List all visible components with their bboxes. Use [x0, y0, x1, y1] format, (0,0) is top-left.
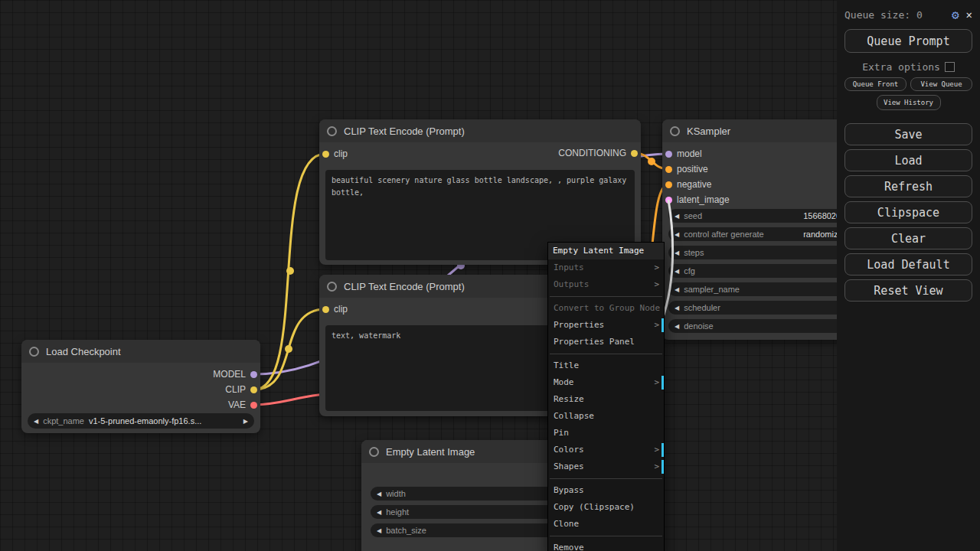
refresh-button[interactable]: Refresh — [844, 175, 972, 197]
positive-input-dot[interactable] — [665, 166, 672, 173]
decrement-arrow-icon[interactable]: ◀ — [675, 286, 679, 293]
input-slot-latent-image[interactable]: latent_image — [665, 194, 730, 206]
clip-input-dot[interactable] — [322, 306, 329, 313]
node-title: KSampler — [687, 126, 730, 137]
decrement-arrow-icon[interactable]: ◀ — [675, 323, 679, 330]
context-menu-item-title[interactable]: Title — [548, 357, 664, 374]
context-menu-item-mode[interactable]: Mode> — [548, 374, 664, 391]
conditioning-output-dot[interactable] — [631, 150, 638, 157]
submenu-arrow-icon: > — [654, 442, 659, 458]
decrement-arrow-icon[interactable]: ◀ — [675, 231, 679, 238]
node-load-checkpoint[interactable]: Load Checkpoint MODEL CLIP VAE ◀ ckpt_na… — [21, 340, 260, 433]
context-menu-item-properties[interactable]: Properties> — [548, 317, 664, 334]
input-slot-clip[interactable]: clip — [322, 148, 348, 160]
negative-input-dot[interactable] — [665, 181, 672, 188]
node-header[interactable]: Load Checkpoint — [21, 340, 260, 363]
slot-label: clip — [334, 304, 348, 315]
clear-button[interactable]: Clear — [844, 227, 972, 249]
input-slot-positive[interactable]: positive — [665, 163, 708, 175]
extra-options-row: Extra options — [844, 61, 972, 73]
widget-ckpt-name[interactable]: ◀ ckpt_name v1-5-pruned-emaonly-fp16.s..… — [28, 413, 254, 429]
output-slot-conditioning[interactable]: CONDITIONING — [558, 147, 638, 159]
context-menu-item-properties-panel[interactable]: Properties Panel — [548, 334, 664, 350]
widget-name: ckpt_name — [43, 416, 84, 425]
slot-label: CLIP — [225, 384, 246, 395]
decrement-arrow-icon[interactable]: ◀ — [377, 491, 381, 497]
collapse-dot-icon[interactable] — [670, 126, 680, 136]
slot-label: positive — [677, 164, 708, 174]
slot-label: MODEL — [213, 369, 246, 380]
context-menu-item-pin[interactable]: Pin — [548, 425, 664, 442]
input-slot-negative[interactable]: negative — [665, 178, 711, 191]
queue-prompt-button[interactable]: Queue Prompt — [844, 29, 972, 53]
latent-input-dot[interactable] — [665, 197, 672, 204]
collapse-dot-icon[interactable] — [327, 126, 337, 136]
comfyui-canvas[interactable]: CLIP Text Encode (Prompt) clip CONDITION… — [0, 0, 980, 551]
context-menu-item-colors[interactable]: Colors> — [548, 442, 664, 458]
close-icon[interactable]: ✕ — [966, 8, 972, 21]
context-menu-title: Empty Latent Image — [548, 243, 664, 259]
extra-options-checkbox[interactable] — [945, 62, 955, 72]
queue-size-row: Queue size: 0 ⚙ ✕ — [844, 6, 972, 23]
load-button[interactable]: Load — [844, 149, 972, 171]
context-menu-item-convert-to-group-node: Convert to Group Node — [548, 300, 664, 317]
next-arrow-icon[interactable]: ▶ — [243, 418, 248, 425]
context-menu-item-collapse[interactable]: Collapse — [548, 408, 664, 425]
wire-clip-to-encode2 — [254, 309, 325, 390]
save-button[interactable]: Save — [844, 123, 972, 145]
wire-midpoint-dot — [286, 267, 294, 275]
collapse-dot-icon[interactable] — [29, 347, 39, 357]
decrement-arrow-icon[interactable]: ◀ — [675, 268, 679, 275]
view-queue-button[interactable]: View Queue — [910, 77, 972, 91]
input-slot-model[interactable]: model — [665, 148, 702, 160]
context-menu-separator — [550, 536, 662, 536]
decrement-arrow-icon[interactable]: ◀ — [675, 249, 679, 256]
clipspace-button[interactable]: Clipspace — [844, 201, 972, 223]
slot-label: negative — [677, 179, 711, 190]
context-menu-item-shapes[interactable]: Shapes> — [548, 458, 664, 475]
settings-gear-icon[interactable]: ⚙ — [952, 8, 959, 22]
clip-input-dot[interactable] — [322, 151, 329, 158]
widget-value: v1-5-pruned-emaonly-fp16.s... — [89, 416, 201, 425]
vae-output-dot[interactable] — [250, 402, 257, 409]
node-title: CLIP Text Encode (Prompt) — [344, 281, 465, 292]
context-menu-item-clone[interactable]: Clone — [548, 516, 664, 533]
decrement-arrow-icon[interactable]: ◀ — [377, 527, 381, 534]
view-history-button[interactable]: View History — [877, 95, 941, 110]
context-menu-item-resize[interactable]: Resize — [548, 391, 664, 408]
model-output-dot[interactable] — [250, 371, 257, 378]
context-menu-item-remove[interactable]: Remove — [548, 540, 664, 551]
output-slot-clip[interactable]: CLIP — [225, 383, 257, 396]
submenu-arrow-icon: > — [654, 317, 659, 334]
output-slot-vae[interactable]: VAE — [228, 399, 257, 411]
reset-view-button[interactable]: Reset View — [844, 279, 972, 302]
slot-label: VAE — [228, 399, 246, 410]
decrement-arrow-icon[interactable]: ◀ — [675, 213, 679, 220]
widget-name: denoise — [684, 321, 799, 331]
context-menu-item-copy-clipspace[interactable]: Copy (Clipspace) — [548, 499, 664, 516]
context-menu[interactable]: Empty Latent Image Inputs> Outputs> Conv… — [547, 242, 665, 551]
decrement-arrow-icon[interactable]: ◀ — [675, 305, 679, 311]
node-header[interactable]: CLIP Text Encode (Prompt) — [319, 119, 641, 142]
context-menu-item-bypass[interactable]: Bypass — [548, 482, 664, 499]
slot-label: CONDITIONING — [558, 148, 626, 158]
context-menu-separator — [550, 478, 662, 479]
output-slot-model[interactable]: MODEL — [213, 368, 257, 380]
decrement-arrow-icon[interactable]: ◀ — [377, 509, 381, 516]
collapse-dot-icon[interactable] — [327, 282, 337, 292]
queue-front-button[interactable]: Queue Front — [844, 77, 906, 91]
node-title: CLIP Text Encode (Prompt) — [344, 126, 465, 137]
widget-name: scheduler — [684, 303, 799, 312]
slot-label: clip — [334, 148, 348, 159]
extra-options-label: Extra options — [862, 61, 940, 73]
comfy-menu: Queue size: 0 ⚙ ✕ Queue Prompt Extra opt… — [837, 0, 980, 551]
submenu-arrow-icon: > — [654, 259, 659, 276]
model-input-dot[interactable] — [665, 151, 672, 158]
collapse-dot-icon[interactable] — [369, 447, 379, 457]
input-slot-clip[interactable]: clip — [322, 303, 348, 315]
queue-size-label: Queue size: 0 — [844, 9, 952, 21]
prev-arrow-icon[interactable]: ◀ — [34, 418, 38, 425]
context-menu-item-inputs: Inputs> — [548, 259, 664, 276]
clip-output-dot[interactable] — [250, 386, 257, 393]
load-default-button[interactable]: Load Default — [844, 253, 972, 276]
